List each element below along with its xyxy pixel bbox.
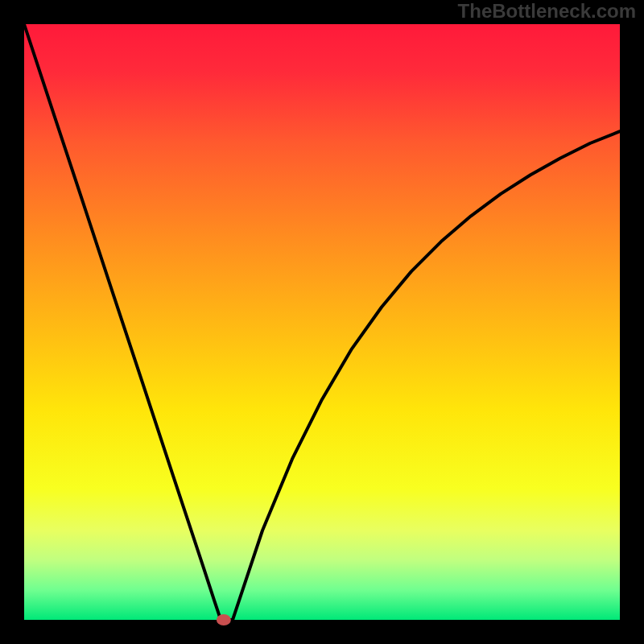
- plot-background: [24, 24, 620, 620]
- chart-root: { "watermark": "TheBottleneck.com", "cha…: [0, 0, 644, 644]
- optimal-marker: [217, 614, 231, 625]
- watermark-text: TheBottleneck.com: [458, 0, 636, 23]
- chart-canvas: [0, 0, 644, 644]
